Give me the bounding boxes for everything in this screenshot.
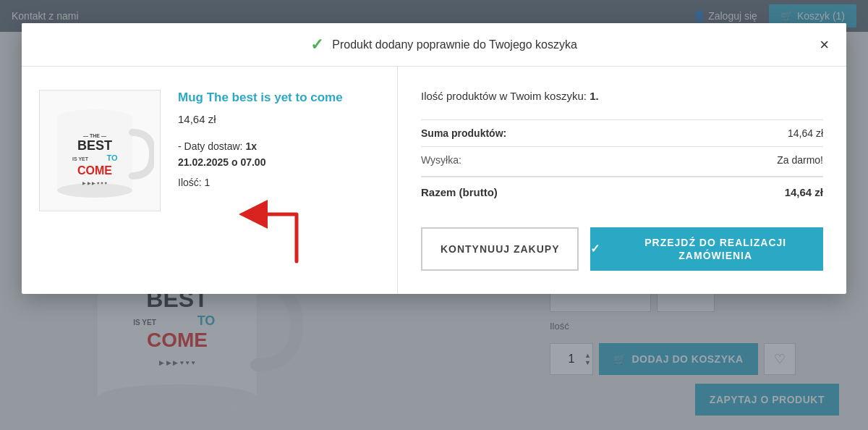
svg-rect-10 <box>57 118 132 190</box>
modal-header: ✓ Produkt dodany poprawnie do Twojego ko… <box>22 23 846 67</box>
summary-row-total: Razem (brutto) 14,64 zł <box>421 176 823 207</box>
modal-success-message: Produkt dodany poprawnie do Twojego kosz… <box>332 38 577 51</box>
check-icon: ✓ <box>590 242 600 257</box>
summary-label-products: Suma produktów: <box>421 127 506 139</box>
modal-product-section: — THE — BEST IS YET TO COME ▶ ▶ ▶ ♥ ♥ ♥ … <box>22 67 398 294</box>
mug-image-svg: — THE — BEST IS YET TO COME ▶ ▶ ▶ ♥ ♥ ♥ <box>46 96 154 205</box>
modal-header-content: ✓ Produkt dodany poprawnie do Twojego ko… <box>68 35 820 54</box>
proceed-to-checkout-button[interactable]: ✓ PRZEJDŹ DO REALIZACJI ZAMÓWIENIA <box>590 227 823 271</box>
summary-value-products: 14,64 zł <box>788 127 823 139</box>
product-quantity: Ilość: 1 <box>178 177 380 188</box>
summary-row-products: Suma produktów: 14,64 zł <box>421 119 823 146</box>
svg-text:TO: TO <box>106 153 118 162</box>
summary-label-shipping: Wysyłka: <box>421 154 461 166</box>
modal-dialog: ✓ Produkt dodany poprawnie do Twojego ko… <box>22 23 846 294</box>
svg-text:▶ ▶ ▶ ♥ ♥ ♥: ▶ ▶ ▶ ♥ ♥ ♥ <box>82 181 107 185</box>
summary-label-total: Razem (brutto) <box>421 186 498 198</box>
svg-text:COME: COME <box>77 164 112 177</box>
cart-summary-title: Ilość produktów w Twoim koszyku: 1. <box>421 90 823 102</box>
success-check-icon: ✓ <box>310 35 323 54</box>
product-price: 14,64 zł <box>178 113 380 125</box>
svg-point-11 <box>57 183 132 198</box>
summary-value-shipping: Za darmo! <box>777 154 823 166</box>
modal-close-button[interactable]: × <box>820 37 829 53</box>
red-arrow-indicator <box>231 193 311 265</box>
summary-value-total: 14,64 zł <box>785 186 823 198</box>
summary-row-shipping: Wysyłka: Za darmo! <box>421 146 823 173</box>
product-delivery: - Daty dostaw: 1x 21.02.2025 o 07.00 <box>178 138 380 171</box>
product-name: Mug The best is yet to come <box>178 90 380 106</box>
modal-cart-summary: Ilość produktów w Twoim koszyku: 1. Suma… <box>398 67 846 294</box>
svg-text:BEST: BEST <box>77 138 112 153</box>
svg-text:— THE —: — THE — <box>83 133 106 138</box>
product-image: — THE — BEST IS YET TO COME ▶ ▶ ▶ ♥ ♥ ♥ <box>39 90 161 211</box>
continue-shopping-button[interactable]: KONTYNUUJ ZAKUPY <box>421 227 579 271</box>
modal-body: — THE — BEST IS YET TO COME ▶ ▶ ▶ ♥ ♥ ♥ … <box>22 67 846 294</box>
modal-actions: KONTYNUUJ ZAKUPY ✓ PRZEJDŹ DO REALIZACJI… <box>421 227 823 271</box>
svg-text:IS YET: IS YET <box>72 156 89 161</box>
